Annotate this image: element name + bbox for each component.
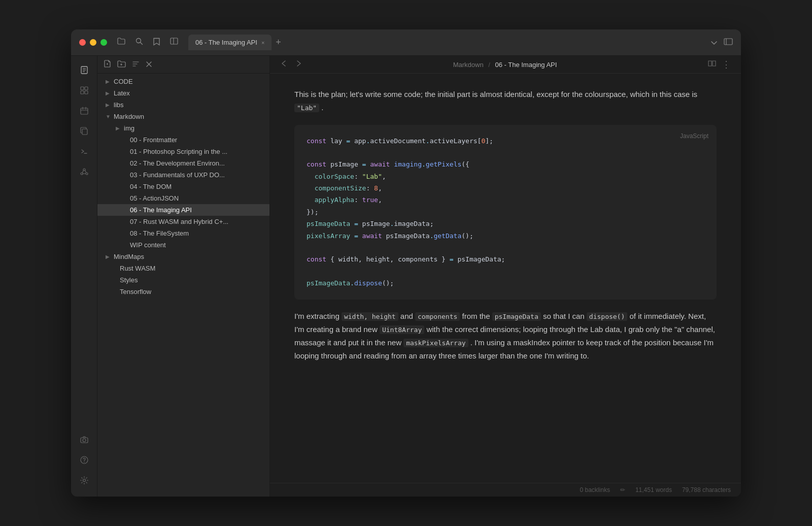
search-icon[interactable]: [136, 38, 143, 48]
calendar-icon[interactable]: [75, 102, 93, 120]
item-label: CODE: [114, 78, 133, 85]
svg-line-24: [85, 171, 86, 173]
item-label: Styles: [120, 276, 138, 284]
svg-point-30: [83, 479, 85, 482]
item-label: 06 - The Imaging API: [130, 206, 192, 214]
new-tab-button[interactable]: +: [276, 37, 281, 48]
tree-item-libs[interactable]: ▶ libs: [97, 99, 269, 111]
folder-icon[interactable]: [117, 38, 125, 48]
bookmark-icon[interactable]: [153, 38, 160, 48]
new-note-icon[interactable]: [104, 60, 111, 69]
breadcrumb-parent[interactable]: Markdown: [453, 61, 484, 69]
editor-content[interactable]: This is the plan; let's write some code;…: [270, 74, 741, 483]
item-label: 07 - Rust WASM and Hybrid C+...: [130, 218, 228, 225]
inline-code-psimagedata1: psImageData: [492, 312, 541, 321]
item-label: 04 - The DOM: [130, 183, 172, 190]
item-label: 00 - Frontmatter: [130, 136, 177, 144]
minimize-button[interactable]: [90, 39, 96, 46]
help-icon[interactable]: [75, 451, 93, 469]
svg-rect-14: [81, 108, 88, 114]
tree-item-styles[interactable]: Styles: [97, 274, 269, 286]
svg-rect-12: [81, 91, 84, 94]
svg-line-1: [141, 42, 143, 44]
item-label: Tensorflow: [120, 288, 151, 295]
breadcrumb-current: 06 - The Imaging API: [495, 61, 557, 69]
tree-item-04[interactable]: 04 - The DOM: [97, 181, 269, 192]
tree-item-mindmaps[interactable]: ▶ MindMaps: [97, 251, 269, 262]
tree-item-00[interactable]: 00 - Frontmatter: [97, 134, 269, 146]
more-options-icon[interactable]: ⋮: [722, 60, 731, 69]
reading-view-icon[interactable]: [707, 60, 717, 69]
file-tree-panel: ▶ CODE ▶ Latex ▶ libs ▼ Markdown: [97, 56, 270, 497]
item-label: MindMaps: [114, 253, 144, 260]
title-bar: 06 - The Imaging API × +: [71, 29, 741, 56]
camera-icon[interactable]: [75, 431, 93, 449]
svg-rect-18: [82, 129, 87, 135]
svg-rect-13: [85, 91, 88, 94]
tree-item-wip[interactable]: WIP content: [97, 239, 269, 251]
terminal-icon[interactable]: [75, 142, 93, 160]
arrow-right-icon: ▶: [106, 79, 112, 84]
copy-icon[interactable]: [75, 122, 93, 140]
graph-icon[interactable]: [75, 162, 93, 181]
maximize-button[interactable]: [100, 39, 107, 46]
tree-item-06[interactable]: 06 - The Imaging API: [97, 204, 269, 216]
item-label: 01 - Photoshop Scripting in the ...: [130, 148, 227, 155]
grid-icon[interactable]: [75, 81, 93, 100]
titlebar-right: [710, 38, 733, 47]
nav-back-button[interactable]: [280, 60, 288, 69]
word-count: 11,451 words: [635, 486, 672, 494]
tree-item-07[interactable]: 07 - Rust WASM and Hybrid C+...: [97, 216, 269, 227]
settings-icon[interactable]: [75, 471, 93, 489]
backlinks-count[interactable]: 0 backlinks: [580, 486, 610, 494]
item-label: WIP content: [130, 241, 166, 249]
chevron-down-icon[interactable]: [710, 38, 718, 47]
layout-icon[interactable]: [170, 38, 178, 48]
sidebar-toggle-icon[interactable]: [724, 38, 733, 47]
tree-item-tensorflow[interactable]: Tensorflow: [97, 286, 269, 298]
code-block-main: JavaScript const lay = app.activeDocumen…: [294, 125, 717, 300]
tree-item-latex[interactable]: ▶ Latex: [97, 87, 269, 99]
sort-icon[interactable]: [132, 60, 140, 69]
tree-item-rustwasm[interactable]: Rust WASM: [97, 262, 269, 274]
svg-rect-2: [171, 38, 178, 44]
code-language-label: JavaScript: [680, 131, 708, 141]
svg-rect-11: [85, 87, 88, 90]
nav-forward-button[interactable]: [294, 60, 302, 69]
inline-code-components: components: [415, 312, 460, 321]
item-label: Markdown: [114, 113, 144, 120]
tab-close-button[interactable]: ×: [261, 40, 264, 46]
tab-imaging-api[interactable]: 06 - The Imaging API ×: [188, 35, 272, 50]
item-label: 03 - Fundamentals of UXP DO...: [130, 171, 225, 179]
tree-item-01[interactable]: 01 - Photoshop Scripting in the ...: [97, 146, 269, 157]
inline-code-width-height: width, height: [342, 312, 398, 321]
svg-point-20: [83, 169, 85, 171]
inline-code-uint8array: Uint8Array: [380, 325, 424, 334]
char-count: 79,788 characters: [682, 486, 731, 494]
svg-line-23: [82, 171, 84, 173]
edit-icon: ✏: [620, 486, 625, 494]
tree-item-05[interactable]: 05 - ActionJSON: [97, 192, 269, 204]
inline-code-maskpixelsarray: maskPixelsArray: [403, 339, 468, 347]
item-label: 05 - ActionJSON: [130, 194, 179, 202]
tree-item-code[interactable]: ▶ CODE: [97, 76, 269, 87]
files-icon[interactable]: [75, 61, 93, 79]
main-content: ▶ CODE ▶ Latex ▶ libs ▼ Markdown: [71, 56, 741, 497]
tree-item-02[interactable]: 02 - The Development Environ...: [97, 157, 269, 169]
tree-item-markdown[interactable]: ▼ Markdown: [97, 111, 269, 122]
tree-item-img[interactable]: ▶ img: [97, 122, 269, 134]
tree-item-03[interactable]: 03 - Fundamentals of UXP DO...: [97, 169, 269, 181]
arrow-down-icon: ▼: [106, 114, 112, 119]
close-panel-icon[interactable]: [146, 60, 152, 69]
main-window: 06 - The Imaging API × +: [71, 29, 741, 497]
prose-paragraph-2: I'm extracting width, height and compone…: [294, 310, 717, 363]
tree-item-08[interactable]: 08 - The FileSystem: [97, 227, 269, 239]
new-folder-icon[interactable]: [117, 60, 126, 69]
inline-code-lab: "Lab": [294, 104, 319, 112]
item-label: img: [124, 124, 134, 132]
item-label: Latex: [114, 89, 130, 97]
code-content: const lay = app.activeDocument.activeLay…: [294, 125, 717, 300]
close-button[interactable]: [79, 39, 86, 46]
editor-breadcrumb: Markdown / 06 - The Imaging API: [309, 61, 701, 69]
arrow-right-icon: ▶: [116, 125, 122, 131]
